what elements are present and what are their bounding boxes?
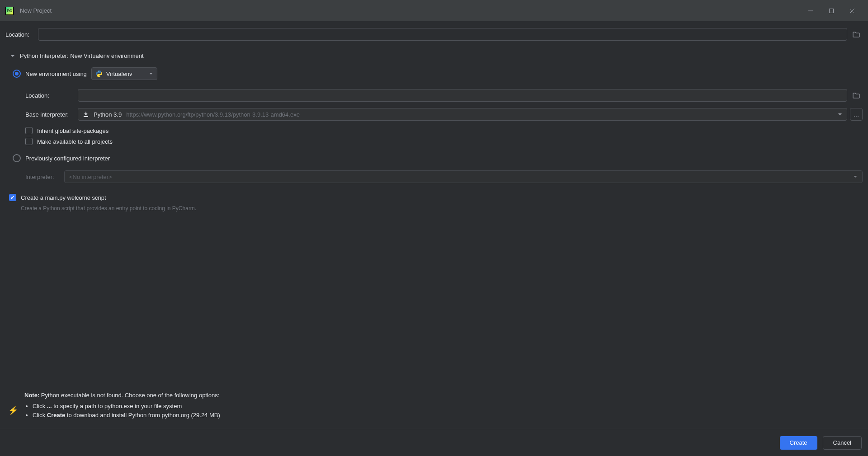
interpreter-label: Interpreter: (25, 174, 64, 180)
note-block: ⚡ Note: Python executable is not found. … (5, 391, 863, 429)
folder-icon (853, 92, 860, 99)
window-title: New Project (20, 7, 52, 14)
previously-configured-label: Previously configured interpreter (25, 155, 110, 162)
interpreter-combo: <No interpreter> (64, 170, 863, 183)
create-main-script-label: Create a main.py welcome script (21, 194, 106, 201)
python-icon (95, 70, 103, 77)
chevron-down-icon (838, 112, 842, 117)
inherit-site-packages-checkbox[interactable] (25, 127, 33, 134)
create-button[interactable]: Create (780, 436, 817, 450)
create-main-script-checkbox[interactable] (9, 194, 16, 201)
env-location-input[interactable] (78, 89, 847, 102)
cancel-button[interactable]: Cancel (823, 436, 862, 450)
pycharm-icon: PC (5, 7, 14, 15)
new-environment-radio[interactable] (13, 70, 21, 78)
env-location-label: Location: (25, 92, 78, 99)
project-location-label: Location: (5, 31, 38, 38)
titlebar: PC New Project (0, 0, 868, 21)
minimize-button[interactable] (800, 0, 821, 21)
folder-icon (853, 31, 860, 38)
ellipsis-icon: … (854, 111, 859, 118)
welcome-row: Create a main.py welcome script (5, 194, 863, 201)
prev-env-row: Previously configured interpreter (5, 154, 863, 162)
create-main-script-hint: Create a Python script that provides an … (21, 205, 196, 212)
make-available-row: Make available to all projects (5, 138, 863, 145)
svg-point-4 (98, 71, 98, 71)
base-interpreter-name: Python 3.9 (94, 111, 122, 118)
base-interpreter-label: Base interpreter: (25, 111, 78, 118)
base-interpreter-combo[interactable]: Python 3.9 https://www.python.org/ftp/py… (78, 108, 847, 121)
base-interpreter-row: Base interpreter: Python 3.9 https://www… (5, 108, 863, 121)
inherit-site-packages-label: Inherit global site-packages (37, 127, 108, 134)
chevron-down-icon (149, 71, 153, 76)
note-prefix: Note: (24, 392, 39, 399)
project-location-row: Location: (5, 28, 863, 41)
env-location-row: Location: (5, 89, 863, 102)
new-environment-label: New environment using (25, 71, 87, 77)
svg-rect-6 (84, 116, 88, 117)
new-env-row: New environment using Virtualenv (5, 67, 863, 80)
make-available-checkbox[interactable] (25, 138, 33, 145)
env-type-combo[interactable]: Virtualenv (91, 67, 157, 80)
download-icon (83, 111, 89, 118)
interpreter-value: <No interpreter> (69, 174, 112, 180)
content-area: Location: Python Interpreter: New Virtua… (0, 21, 868, 429)
note-text: Note: Python executable is not found. Ch… (24, 391, 220, 420)
base-interpreter-url: https://www.python.org/ftp/python/3.9.13… (126, 111, 300, 118)
close-button[interactable] (842, 0, 863, 21)
browse-env-location-button[interactable] (850, 89, 863, 102)
interpreter-row: Interpreter: <No interpreter> (5, 170, 863, 183)
svg-rect-1 (830, 9, 834, 13)
note-option-1: Click ... to specify a path to python.ex… (33, 402, 220, 411)
svg-point-5 (99, 75, 100, 76)
maximize-button[interactable] (821, 0, 842, 21)
browse-base-interpreter-button[interactable]: … (850, 108, 863, 121)
chevron-down-icon (853, 174, 858, 179)
welcome-hint-row: Create a Python script that provides an … (5, 205, 863, 212)
chevron-down-icon (10, 53, 15, 59)
make-available-label: Make available to all projects (37, 138, 113, 145)
env-type-value: Virtualenv (106, 71, 132, 77)
note-option-2: Click Create to download and install Pyt… (33, 411, 220, 420)
note-message: Python executable is not found. Choose o… (39, 392, 219, 399)
lightning-icon: ⚡ (8, 405, 18, 420)
footer: Create Cancel (0, 429, 868, 456)
inherit-row: Inherit global site-packages (5, 127, 863, 134)
interpreter-section-title: Python Interpreter: New Virtualenv envir… (20, 52, 144, 59)
project-location-input[interactable] (38, 28, 847, 41)
previously-configured-radio[interactable] (13, 154, 21, 162)
interpreter-section-header[interactable]: Python Interpreter: New Virtualenv envir… (10, 52, 863, 59)
browse-project-location-button[interactable] (850, 28, 863, 41)
